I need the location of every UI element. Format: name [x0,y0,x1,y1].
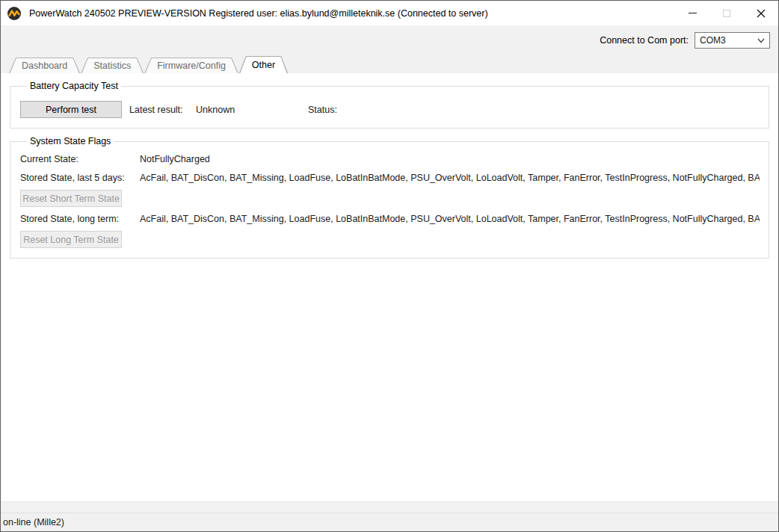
minimize-icon [689,13,697,13]
system-state-flags-group: System State Flags Current State: NotFul… [10,136,769,259]
maximize-icon [723,10,730,17]
reset-long-term-state-button[interactable]: Reset Long Term State [20,231,122,248]
connection-status-text: on-line (Mille2) [3,517,64,528]
com-port-band: Connect to Com port: COM3 [1,25,778,55]
current-state-value: NotFullyCharged [140,154,760,164]
tab-other[interactable]: Other [239,56,288,73]
close-button[interactable] [744,1,778,25]
tab-strip: Dashboard Statistics Firmware/Config Oth… [1,55,778,73]
system-state-flags-title: System State Flags [27,136,114,146]
current-state-label: Current State: [20,154,140,164]
window-title: PowerWatch 240502 PREVIEW-VERSION Regist… [29,8,488,19]
battery-capacity-test-group: Battery Capacity Test Perform test Lates… [10,81,769,129]
tab-statistics[interactable]: Statistics [81,58,144,73]
bottom-gap [1,502,778,513]
status-label: Status: [308,105,337,115]
minimize-button[interactable] [675,1,709,25]
reset-short-term-state-button[interactable]: Reset Short Term State [20,190,122,207]
latest-result-value: Unknown [196,105,308,115]
stored-state-short-label: Stored State, last 5 days: [20,173,140,183]
com-port-select[interactable]: COM3 [695,32,770,49]
battery-capacity-test-title: Battery Capacity Test [27,81,121,91]
stored-state-long-value: AcFail, BAT_DisCon, BAT_Missing, LoadFus… [140,214,760,224]
close-icon [757,9,766,18]
stored-state-short-value: AcFail, BAT_DisCon, BAT_Missing, LoadFus… [140,173,760,183]
app-window: PowerWatch 240502 PREVIEW-VERSION Regist… [0,0,779,532]
com-port-value: COM3 [700,35,757,46]
app-logo-icon [7,6,22,21]
window-controls [675,1,778,25]
perform-test-button[interactable]: Perform test [20,101,122,118]
latest-result-label: Latest result: [129,105,196,115]
maximize-button [709,1,744,25]
com-port-label: Connect to Com port: [600,35,689,46]
status-bar: on-line (Mille2) [1,513,778,531]
chevron-down-icon [757,38,765,43]
title-bar: PowerWatch 240502 PREVIEW-VERSION Regist… [1,1,778,25]
tab-dashboard[interactable]: Dashboard [9,58,80,73]
tab-firmware-config[interactable]: Firmware/Config [144,58,238,73]
tab-page-other: Battery Capacity Test Perform test Lates… [1,73,778,502]
stored-state-long-label: Stored State, long term: [20,214,140,224]
